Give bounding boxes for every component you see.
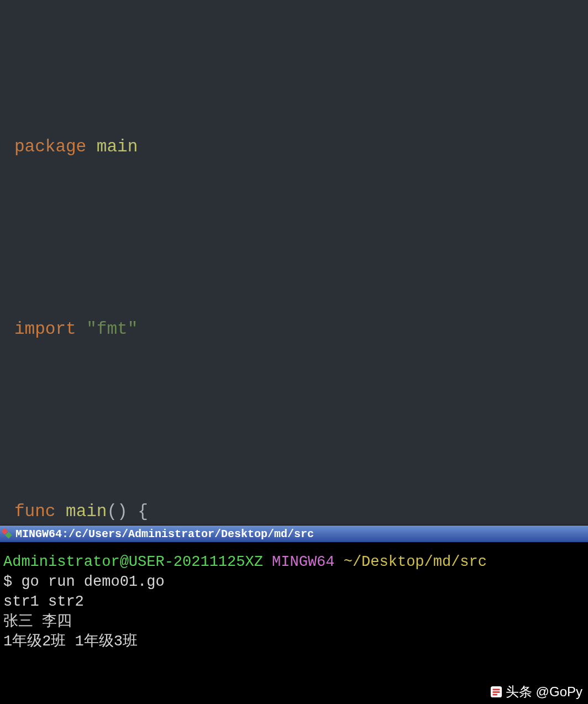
code-line-blank	[14, 223, 588, 253]
prompt-path: ~/Desktop/md/src	[344, 554, 487, 570]
svg-rect-1	[493, 689, 500, 691]
keyword-func: func	[14, 502, 55, 521]
command-line: $ go run demo01.go	[3, 572, 587, 592]
prompt-line: Administrator@USER-20211125XZ MINGW64 ~/…	[3, 552, 587, 572]
terminal-titlebar[interactable]: MINGW64:/c/Users/Administrator/Desktop/m…	[0, 526, 588, 542]
code-line: import "fmt"	[14, 314, 588, 344]
svg-rect-2	[493, 691, 500, 693]
terminal-window: MINGW64:/c/Users/Administrator/Desktop/m…	[0, 525, 588, 704]
output-line: 张三 李四	[3, 612, 587, 632]
code-line-blank	[14, 405, 588, 435]
code-line: package main	[14, 132, 588, 162]
svg-rect-3	[493, 694, 497, 696]
code-editor[interactable]: package main import "fmt" func main() { …	[0, 0, 588, 525]
keyword-import: import	[14, 319, 76, 339]
func-name: main	[66, 502, 107, 521]
editor-gutter	[0, 0, 8, 525]
import-path: "fmt"	[86, 319, 138, 339]
output-line: 1年级2班 1年级3班	[3, 632, 587, 652]
terminal-title: MINGW64:/c/Users/Administrator/Desktop/m…	[15, 528, 314, 540]
watermark: 头条 @GoPy	[490, 683, 582, 701]
toutiao-icon	[490, 686, 502, 698]
pkg-name: main	[97, 137, 138, 156]
output-line: str1 str2	[3, 592, 587, 612]
prompt-sys: MINGW64	[272, 554, 334, 570]
prompt-user: Administrator@USER-20211125XZ	[3, 554, 263, 570]
mingw-icon	[2, 529, 12, 539]
watermark-text: 头条 @GoPy	[506, 683, 582, 701]
terminal-body[interactable]: Administrator@USER-20211125XZ MINGW64 ~/…	[0, 542, 588, 704]
keyword-package: package	[14, 137, 86, 156]
code-line: func main() {	[14, 496, 588, 527]
